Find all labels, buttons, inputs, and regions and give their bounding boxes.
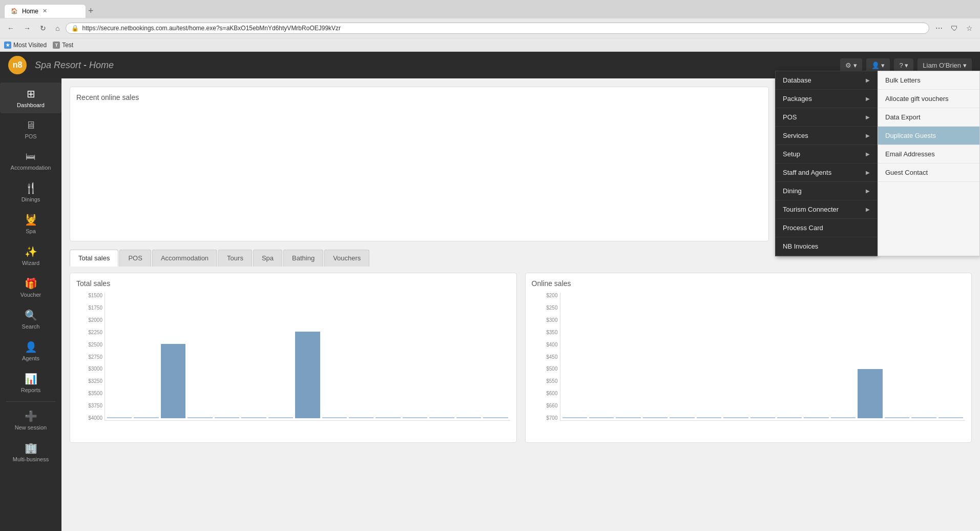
chart-bar[interactable] [107,417,132,418]
chart-bar[interactable] [670,417,694,418]
total-sales-chart-area: $4000$3750$3500$3250$3000$2750$2500$2250… [76,293,510,436]
tab-accommodation[interactable]: Accommodation [152,250,217,267]
reload-button[interactable]: ↻ [37,23,49,34]
sidebar-item-voucher[interactable]: 🎁 Voucher [0,272,61,303]
online-sales-chart-panel: Online sales $700$660$600$550$500$450$40… [525,273,972,443]
chart-bar[interactable] [187,417,212,418]
chart-bar[interactable] [376,417,400,418]
dropdown-item-dining[interactable]: Dining▶ [776,182,877,200]
tab-tours[interactable]: Tours [218,250,252,267]
bookmarks-bar: ★ Most Visited T Test [0,38,980,51]
dropdown-item-pos[interactable]: POS▶ [776,108,877,127]
sidebar-item-dashboard[interactable]: ⊞ Dashboard [0,83,61,113]
dropdown-item-services[interactable]: Services▶ [776,127,877,145]
dropdown-item-staff-and-agents[interactable]: Staff and Agents▶ [776,164,877,182]
header-actions: ⚙ ▾ 👤 ▾ ? ▾ Liam O'Brien ▾ [840,58,972,72]
chart-bar[interactable] [643,417,668,418]
dropdown-item-label: NB Invoices [783,242,818,250]
star-button[interactable]: ☆ [963,23,976,34]
sidebar-item-spa[interactable]: 💆 Spa [0,209,61,239]
tab-total-sales[interactable]: Total sales [70,250,118,267]
url-bar[interactable]: 🔒 https://secure.netbookings.com.au/test… [66,23,929,34]
tab-spa[interactable]: Spa [253,250,282,267]
sidebar-item-pos[interactable]: 🖥 POS [0,114,61,145]
home-button[interactable]: ⌂ [52,23,62,34]
chart-bar[interactable] [777,417,802,418]
dropdown-item-setup[interactable]: Setup▶ [776,145,877,164]
chart-bar[interactable] [429,417,454,418]
dropdown-secondary-item-allocate-gift-vouchers[interactable]: Allocate gift vouchers [878,90,979,108]
user-name-button[interactable]: Liam O'Brien ▾ [918,58,972,72]
chart-bar[interactable] [831,417,856,418]
sidebar-item-reports[interactable]: 📊 Reports [0,367,61,398]
chart-bar[interactable] [134,417,158,418]
back-button[interactable]: ← [4,23,17,34]
dropdown-item-nb-invoices[interactable]: NB Invoices [776,237,877,256]
chart-bar[interactable] [589,417,614,418]
chart-bar[interactable] [215,417,239,418]
online-sales-chart-title: Online sales [532,279,966,288]
bookmarks-button[interactable]: ⋯ [932,23,946,34]
dropdown-secondary-item-data-export[interactable]: Data Export [878,108,979,127]
dropdown-item-process-card[interactable]: Process Card [776,219,877,237]
sidebar-label-new-session: New session [15,424,47,431]
chart-bar[interactable] [322,417,347,418]
chart-bar[interactable] [268,417,293,418]
bookmark-test-label: Test [62,42,73,49]
sidebar-item-agents[interactable]: 👤 Agents [0,336,61,366]
new-tab-button[interactable]: + [88,6,94,15]
dropdown-item-tourism-connecter[interactable]: Tourism Connecter▶ [776,200,877,219]
sidebar-item-dinings[interactable]: 🍴 Dinings [0,177,61,208]
forward-button[interactable]: → [20,23,34,34]
settings-button[interactable]: ⚙ ▾ [840,58,862,72]
chart-bar[interactable] [349,417,373,418]
sidebar-item-wizard[interactable]: ✨ Wizard [0,240,61,271]
app-title: Spa Resort - Home [35,60,840,71]
chart-bar[interactable] [939,417,963,418]
browser-tab[interactable]: 🏠 Home ✕ [4,4,86,18]
dashboard-icon: ⊞ [27,88,35,100]
pos-icon: 🖥 [26,119,36,131]
dropdown-item-database[interactable]: Database▶ [776,71,877,90]
sidebar-label-reports: Reports [21,387,41,393]
chart-bar[interactable] [562,417,587,418]
sidebar-item-multi-business[interactable]: 🏢 Multi-business [0,437,61,467]
chart-bar[interactable] [295,332,320,418]
dropdown-secondary-item-guest-contact[interactable]: Guest Contact [878,164,979,182]
chart-bar[interactable] [750,417,775,418]
user-name-label: Liam O'Brien [923,62,961,69]
chart-bar[interactable] [161,344,185,418]
chart-bar[interactable] [858,369,882,418]
tab-pos[interactable]: POS [119,250,151,267]
dropdown-secondary-item-bulk-letters[interactable]: Bulk Letters [878,71,979,90]
chart-bar[interactable] [483,417,508,418]
bookmark-most-visited[interactable]: ★ Most Visited [4,42,47,49]
bookmark-label: Most Visited [13,42,47,49]
dropdown-item-label: Database [783,76,811,84]
chart-bar[interactable] [616,417,640,418]
tab-close-button[interactable]: ✕ [43,8,47,14]
browser-nav: ← → ↻ ⌂ 🔒 https://secure.netbookings.com… [0,18,980,38]
chart-bar[interactable] [697,417,721,418]
bookmark-test[interactable]: T Test [53,42,73,49]
chart-bar[interactable] [911,417,936,418]
help-button[interactable]: ? ▾ [894,58,913,72]
sidebar-item-accommodation[interactable]: 🛏 Accommodation [0,146,61,176]
nav-extra: ⋯ 🛡 ☆ [932,23,976,34]
shield-icon[interactable]: 🛡 [948,23,961,34]
dropdown-item-label: Packages [783,95,812,103]
chart-bar[interactable] [456,417,481,418]
user-button[interactable]: 👤 ▾ [866,58,890,72]
dropdown-secondary-item-duplicate-guests[interactable]: Duplicate Guests [878,127,979,145]
chart-bar[interactable] [403,417,427,418]
dropdown-secondary-item-email-addresses[interactable]: Email Addresses [878,145,979,164]
sidebar-item-search[interactable]: 🔍 Search [0,304,61,335]
chart-bar[interactable] [723,417,748,418]
tab-bathing[interactable]: Bathing [283,250,323,267]
chart-bar[interactable] [804,417,828,418]
dropdown-item-packages[interactable]: Packages▶ [776,90,877,108]
chart-bar[interactable] [885,417,909,418]
chart-bar[interactable] [241,417,266,418]
tab-vouchers[interactable]: Vouchers [324,250,369,267]
sidebar-item-new-session[interactable]: ➕ New session [0,405,61,436]
